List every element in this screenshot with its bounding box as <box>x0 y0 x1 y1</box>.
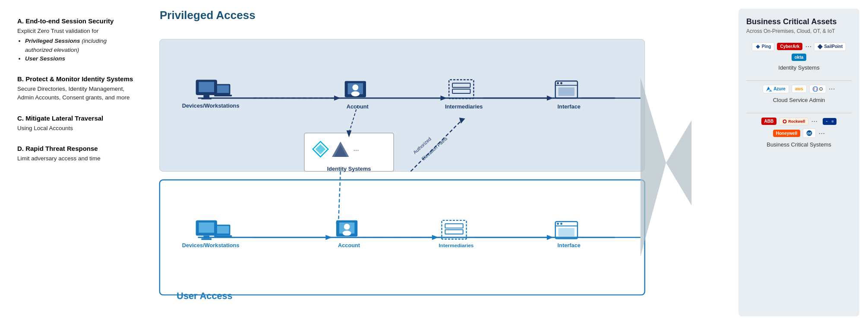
section-b-body: Secure Directories, Identity Management,… <box>17 85 134 102</box>
section-b: B. Protect & Monitor Identity Systems Se… <box>17 75 134 102</box>
section-d-body: Limit adversary access and time <box>17 154 134 163</box>
section-c-title: C. Mitigate Lateral Traversal <box>17 115 134 122</box>
bullet-user-sessions: User Sessions <box>25 54 134 63</box>
svg-marker-73 <box>769 89 773 91</box>
bca-title: Business Critical Assets <box>746 17 852 26</box>
user-intermediaries-label: Intermediaries <box>439 242 474 249</box>
svg-rect-5 <box>203 95 209 98</box>
svg-rect-43 <box>203 236 209 238</box>
user-account-label: Account <box>338 242 360 249</box>
bcs-label: Business Critical Systems <box>746 141 852 148</box>
svg-rect-65 <box>559 228 574 237</box>
user-account-icon <box>336 220 357 236</box>
ge-logo: GE <box>803 128 816 138</box>
svg-rect-9 <box>214 95 232 96</box>
svg-text:=: = <box>826 120 827 123</box>
svg-rect-44 <box>201 238 211 240</box>
bca-subtitle: Across On-Premises, Cloud, OT, & IoT <box>746 28 852 34</box>
svg-rect-27 <box>559 87 574 96</box>
bca-bcs-group: ABB Rockwell ··· = ≡ Honeywell GE ··· Bu… <box>746 117 852 148</box>
azure-logo: Azure <box>763 85 789 93</box>
svg-marker-70 <box>756 45 760 49</box>
priv-devices-label: Devices/Workstations <box>182 102 240 109</box>
svg-point-52 <box>344 224 350 230</box>
svg-point-15 <box>351 91 360 96</box>
svg-point-64 <box>560 223 562 225</box>
section-d: D. Rapid Threat Response Limit adversary… <box>17 145 134 163</box>
priv-account-label: Account <box>347 103 369 110</box>
google-logo: ⬡ <box>809 85 826 93</box>
svg-rect-42 <box>199 223 214 233</box>
priv-intermediaries-label: Intermediaries <box>445 103 483 110</box>
section-a: A. End-to-end Session Security Explicit … <box>17 17 134 63</box>
user-interface-label: Interface <box>558 242 581 249</box>
svg-rect-47 <box>214 235 232 237</box>
svg-text:...: ... <box>353 145 359 152</box>
abb-logo: ABB <box>761 118 777 125</box>
svg-point-25 <box>557 82 559 84</box>
bca-cloud-group: Azure aws ⬡ ··· Cloud Service Admin <box>746 84 852 103</box>
section-c-body: Using Local Accounts <box>17 124 134 133</box>
svg-marker-69 <box>666 120 691 205</box>
svg-text:GE: GE <box>807 132 811 135</box>
user-devices-label: Devices/Workstations <box>182 242 240 249</box>
svg-rect-4 <box>199 82 214 92</box>
cloud-service-admin-label: Cloud Service Admin <box>746 97 852 103</box>
rockwell-logo: Rockwell <box>779 118 808 125</box>
svg-rect-46 <box>217 226 229 234</box>
svg-point-75 <box>814 88 817 90</box>
user-access-label: User Access <box>177 290 232 301</box>
diagram-container: Devices/Workstations Account <box>155 26 726 316</box>
bcs-logo-2: = ≡ <box>823 118 836 125</box>
priv-interface-label: Interface <box>558 103 581 110</box>
svg-point-77 <box>784 120 786 122</box>
identity-systems-bca-label: Identity Systems <box>746 64 852 71</box>
okta-logo: okta <box>792 54 807 61</box>
identity-logos: Ping CyberArk ··· SailPoint okta <box>746 42 852 61</box>
section-d-title: D. Rapid Threat Response <box>17 145 134 152</box>
ping-logo: Ping <box>752 42 775 51</box>
honeywell-logo: Honeywell <box>773 130 800 137</box>
cloud-dots: ··· <box>829 84 835 93</box>
svg-marker-71 <box>817 44 823 49</box>
svg-point-63 <box>557 223 559 225</box>
bcs-logos: ABB Rockwell ··· = ≡ Honeywell GE ··· <box>746 117 852 138</box>
diagram-svg: Devices/Workstations Account <box>155 26 726 316</box>
identity-dots: ··· <box>805 42 811 51</box>
bcs-dots1: ··· <box>811 117 817 126</box>
priv-account-icon <box>345 81 366 97</box>
bca-box: Business Critical Assets Across On-Premi… <box>739 9 859 316</box>
svg-point-26 <box>560 82 562 84</box>
section-a-body: Explicit Zero Trust validation for Privi… <box>17 27 134 63</box>
section-b-title: B. Protect & Monitor Identity Systems <box>17 75 134 83</box>
svg-marker-72 <box>766 86 770 91</box>
svg-rect-8 <box>217 85 229 93</box>
bca-identity-group: Ping CyberArk ··· SailPoint okta Identit… <box>746 42 852 71</box>
svg-rect-6 <box>201 98 211 99</box>
section-c: C. Mitigate Lateral Traversal Using Loca… <box>17 115 134 133</box>
svg-point-74 <box>813 86 817 91</box>
bullet-privileged-sessions: Privileged Sessions (including authorize… <box>25 37 134 54</box>
aws-logo: aws <box>792 85 807 93</box>
svg-point-53 <box>343 231 351 236</box>
privileged-access-label: Privileged Access <box>160 9 726 22</box>
cloud-logos: Azure aws ⬡ ··· <box>746 84 852 93</box>
section-a-title: A. End-to-end Session Security <box>17 17 134 25</box>
sailpoint-logo: SailPoint <box>814 42 846 51</box>
svg-marker-68 <box>641 78 666 257</box>
cyberark-logo: CyberArk <box>777 43 802 50</box>
bcs-dots2: ··· <box>818 129 825 138</box>
svg-point-14 <box>352 84 358 90</box>
right-panel: Business Critical Assets Across On-Premi… <box>734 0 868 325</box>
left-panel: A. End-to-end Session Security Explicit … <box>0 0 147 325</box>
main-area: Privileged Access Device <box>147 0 734 325</box>
identity-systems-label: Identity Systems <box>327 166 371 172</box>
